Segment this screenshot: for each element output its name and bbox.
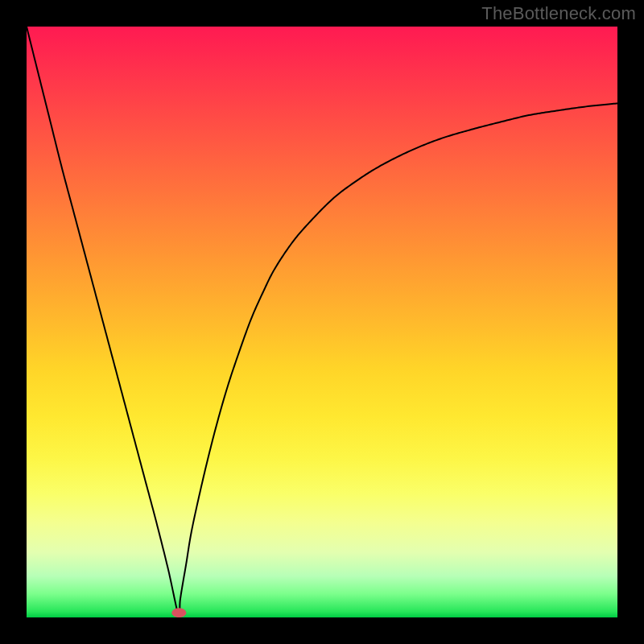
chart-frame: TheBottleneck.com	[0, 0, 644, 644]
marker-dot	[171, 608, 186, 617]
chart-svg	[27, 27, 617, 617]
plot-area	[27, 27, 617, 617]
watermark-text: TheBottleneck.com	[481, 3, 636, 24]
curve-path	[27, 27, 617, 617]
